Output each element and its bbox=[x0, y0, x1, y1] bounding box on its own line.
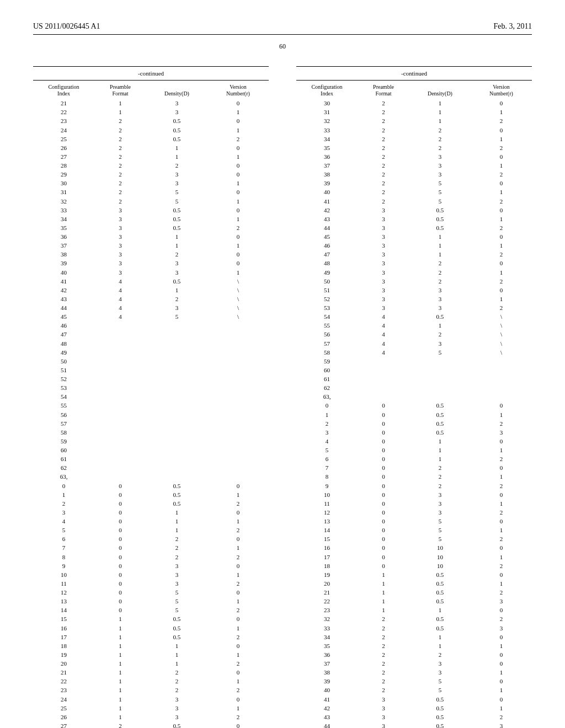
table-row: 4140.5\ bbox=[33, 277, 269, 286]
table-cell: 0.5 bbox=[146, 615, 207, 624]
table-cell: \ bbox=[207, 277, 269, 286]
table-cell bbox=[207, 366, 269, 375]
table-cell: 3 bbox=[358, 713, 409, 722]
table-row: 21130 bbox=[33, 99, 269, 108]
table-cell: 51 bbox=[33, 366, 94, 375]
table-cell: 2 bbox=[358, 197, 409, 206]
table-row: 49321 bbox=[296, 268, 532, 277]
table-cell: 16 bbox=[33, 624, 94, 633]
table-cell: 32 bbox=[296, 615, 358, 624]
table-cell: \ bbox=[207, 295, 269, 304]
table-cell bbox=[146, 464, 207, 473]
table-cell: 44 bbox=[33, 304, 94, 313]
table-cell: 3 bbox=[409, 162, 471, 170]
right-column: -continued ConfigurationIndex PreambleFo… bbox=[296, 66, 532, 728]
table-cell: 52 bbox=[33, 375, 94, 384]
col-header: Density(D) bbox=[146, 82, 207, 99]
table-cell: 4 bbox=[296, 437, 358, 446]
table-cell: 2 bbox=[471, 508, 532, 517]
table-cell: 4 bbox=[358, 330, 409, 339]
table-cell: 63, bbox=[296, 393, 358, 402]
table-cell: 11 bbox=[296, 500, 358, 508]
table-cell: 2 bbox=[471, 588, 532, 597]
table-cell: 0.5 bbox=[409, 695, 471, 704]
table-cell: 6 bbox=[33, 535, 94, 544]
table-cell: 2 bbox=[207, 526, 269, 535]
table-cell: \ bbox=[207, 313, 269, 322]
table-row: 52331 bbox=[296, 295, 532, 304]
table-cell: 24 bbox=[33, 126, 94, 135]
table-cell: 2 bbox=[471, 713, 532, 722]
table-cell: 3 bbox=[146, 108, 207, 117]
table-row: 4230.50 bbox=[296, 206, 532, 215]
table-row: 4342\ bbox=[33, 295, 269, 304]
table-cell: 3 bbox=[146, 268, 207, 277]
table-row: 26132 bbox=[33, 713, 269, 722]
table-row: 10030 bbox=[296, 491, 532, 500]
table-cell: 0 bbox=[94, 588, 146, 597]
table-row: 1710.52 bbox=[33, 633, 269, 642]
table-cell: 5 bbox=[409, 686, 471, 695]
table-cell: 0 bbox=[296, 402, 358, 410]
table-cell: 1 bbox=[409, 242, 471, 250]
table-row: 14051 bbox=[296, 526, 532, 535]
table-cell: 47 bbox=[33, 330, 94, 339]
table-cell: 1 bbox=[471, 295, 532, 304]
table-cell: 2 bbox=[146, 295, 207, 304]
table-cell: 17 bbox=[33, 633, 94, 642]
table-cell: 2 bbox=[409, 144, 471, 153]
table-cell bbox=[146, 473, 207, 481]
table-row: 2210.53 bbox=[296, 597, 532, 606]
table-cell: 2 bbox=[358, 179, 409, 188]
table-cell: 0.5 bbox=[409, 597, 471, 606]
table-cell: 1 bbox=[94, 99, 146, 108]
table-row: 45310 bbox=[296, 233, 532, 242]
table-cell: 1 bbox=[471, 704, 532, 713]
table-row: 1510.50 bbox=[33, 615, 269, 624]
table-cell: 32 bbox=[33, 197, 94, 206]
table-cell: 0 bbox=[471, 544, 532, 553]
table-cell: 0.5 bbox=[146, 126, 207, 135]
table-cell: 35 bbox=[33, 224, 94, 233]
table-cell: 3 bbox=[358, 695, 409, 704]
table-cell: 5 bbox=[296, 446, 358, 455]
table-cell: 12 bbox=[33, 588, 94, 597]
table-cell: \ bbox=[471, 349, 532, 357]
table-cell: 2 bbox=[409, 135, 471, 144]
table-cell: 49 bbox=[296, 268, 358, 277]
table-cell: 2 bbox=[409, 277, 471, 286]
table-row: 33220 bbox=[296, 126, 532, 135]
table-cell: 2 bbox=[146, 250, 207, 259]
table-cell: 4 bbox=[358, 322, 409, 330]
table-cell: 1 bbox=[471, 500, 532, 508]
left-table-wrap: -continued ConfigurationIndex PreambleFo… bbox=[33, 66, 269, 728]
table-cell: 2 bbox=[471, 615, 532, 624]
table-cell: 2 bbox=[358, 162, 409, 170]
table-cell: 0.5 bbox=[409, 206, 471, 215]
left-column: -continued ConfigurationIndex PreambleFo… bbox=[33, 66, 269, 728]
table-row: 200.52 bbox=[33, 500, 269, 508]
table-cell: 10 bbox=[33, 571, 94, 580]
table-cell: 1 bbox=[146, 242, 207, 250]
table-cell: 2 bbox=[358, 170, 409, 179]
table-cell: 4 bbox=[94, 313, 146, 322]
table-cell: 40 bbox=[296, 188, 358, 197]
table-cell: 3 bbox=[94, 224, 146, 233]
table-cell: 63, bbox=[33, 473, 94, 481]
table-cell: 0 bbox=[94, 606, 146, 615]
table-cell: 0 bbox=[358, 535, 409, 544]
table-cell: 39 bbox=[296, 677, 358, 686]
table-cell: 0 bbox=[358, 544, 409, 553]
table-cell: 41 bbox=[33, 277, 94, 286]
table-cell: 1 bbox=[94, 642, 146, 651]
table-row: 28220 bbox=[33, 162, 269, 170]
table-cell: 2 bbox=[94, 117, 146, 126]
table-cell: 3 bbox=[409, 153, 471, 162]
table-cell: 0.5 bbox=[146, 215, 207, 224]
table-cell bbox=[94, 437, 146, 446]
table-cell: 23 bbox=[296, 606, 358, 615]
table-cell: 26 bbox=[33, 144, 94, 153]
table-cell: 0.5 bbox=[146, 135, 207, 144]
table-cell bbox=[146, 393, 207, 402]
table-cell: 2 bbox=[207, 660, 269, 668]
